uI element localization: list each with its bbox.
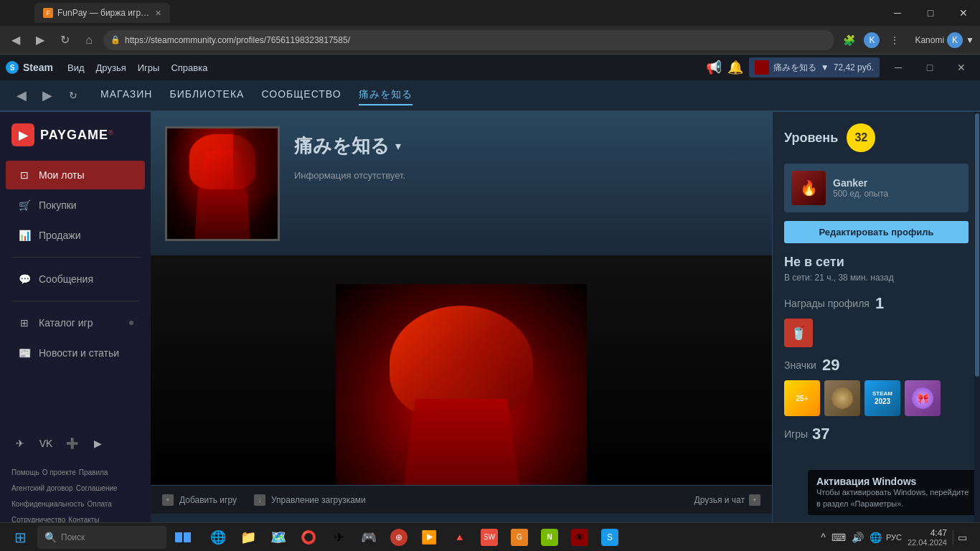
- taskbar-app-opera[interactable]: ⭕: [294, 523, 323, 552]
- messages-icon: 💬: [17, 272, 32, 286]
- showcase-art-inner: [151, 255, 772, 485]
- taskbar-app-game1[interactable]: ⊕: [385, 523, 413, 552]
- steam-nav-store[interactable]: МАГАЗИН: [100, 85, 152, 105]
- steam-menu-friends[interactable]: Друзья: [96, 62, 126, 73]
- steam-username: 痛みを知る: [773, 62, 816, 74]
- footer-agreement[interactable]: Соглашение: [76, 482, 118, 495]
- minimize-btn[interactable]: ─: [881, 0, 914, 26]
- sidebar-item-messages[interactable]: 💬 Сообщения: [6, 265, 145, 293]
- youtube-icon[interactable]: ▶: [89, 435, 106, 452]
- extensions-btn[interactable]: 🧩: [839, 30, 859, 50]
- footer-payment[interactable]: Оплата: [87, 498, 111, 511]
- steam-app: S Steam Вид Друзья Игры Справка 📢 🔔 痛みを知…: [0, 55, 980, 112]
- taskbar-search[interactable]: 🔍 Поиск: [37, 526, 166, 549]
- maximize-btn[interactable]: □: [914, 0, 947, 26]
- steam-right-panel: Уровень 32 🔥 Ganker 500 ед. опыта Редакт…: [772, 112, 980, 551]
- sidebar-item-news[interactable]: 📰 Новости и статьи: [6, 339, 145, 367]
- close-btn[interactable]: ✕: [947, 0, 980, 26]
- steam-speaker-btn[interactable]: 📢: [706, 60, 722, 75]
- taskbar-app-telegram[interactable]: ✈: [324, 523, 353, 552]
- friends-chat-btn[interactable]: Друзья и чат +: [694, 494, 760, 506]
- steam-nav-back[interactable]: ◀: [11, 85, 32, 105]
- steam-nav-profile[interactable]: 痛みを知る: [359, 85, 413, 105]
- steam-nav-reload[interactable]: ↻: [63, 85, 83, 105]
- taskbar-app-map[interactable]: 🗺️: [264, 523, 293, 552]
- steam-nav-community[interactable]: СООБЩЕСТВО: [261, 85, 341, 105]
- steam-menu-games[interactable]: Игры: [138, 62, 160, 73]
- taskbar-app-red[interactable]: 👁: [565, 523, 594, 552]
- footer-links: Помощь О проекте Правила Агентский догов…: [11, 466, 139, 527]
- start-btn[interactable]: ⊞: [6, 523, 34, 552]
- map-icon: 🗺️: [270, 529, 287, 546]
- forward-btn[interactable]: ▶: [30, 30, 50, 50]
- profile-btn[interactable]: K: [862, 30, 882, 50]
- steam-user-info[interactable]: 痛みを知る ▼ 72,42 руб.: [749, 57, 880, 77]
- taskbar-app-nvidia[interactable]: N: [535, 523, 564, 552]
- footer-rules[interactable]: Правила: [79, 466, 108, 479]
- browser-tab-funpay[interactable]: F FunPay — биржа игров... ✕: [34, 3, 170, 23]
- footer-help[interactable]: Помощь: [11, 466, 39, 479]
- profile-awards-section: Награды профиля 1 🥤: [784, 294, 969, 347]
- sidebar-item-purchases[interactable]: 🛒 Покупки: [6, 191, 145, 220]
- sidebar-item-my-lots[interactable]: ⊡ Мои лоты: [6, 161, 145, 189]
- manage-downloads-label: Управление загрузками: [271, 495, 366, 505]
- taskbar-app-media[interactable]: ▶️: [415, 523, 443, 552]
- taskbar-clock[interactable]: 4:47 22.04.2024: [908, 528, 947, 547]
- friends-chat-label: Друзья и чат: [694, 495, 745, 505]
- sidebar-socials: ✈ VK ➕ ▶: [0, 426, 151, 461]
- taskbar-app-switch[interactable]: SW: [475, 523, 504, 552]
- add-game-btn[interactable]: + Добавить игру: [162, 494, 237, 506]
- steam-minimize-btn[interactable]: ─: [885, 57, 911, 77]
- steam-title: Steam: [23, 62, 53, 73]
- taskbar-app-steam[interactable]: 🎮: [354, 523, 383, 552]
- refresh-btn[interactable]: ↻: [55, 30, 75, 50]
- plus-icon[interactable]: ➕: [63, 435, 80, 452]
- sidebar-item-sales[interactable]: 📊 Продажи: [6, 221, 145, 250]
- tab-close-btn[interactable]: ✕: [155, 9, 161, 18]
- badge-steam-2023: STEAM 2023: [864, 380, 900, 416]
- my-lots-label: Мои лоты: [39, 169, 85, 181]
- steam-close-btn[interactable]: ✕: [948, 57, 974, 77]
- browser-tabs-section: F FunPay — биржа игров... ✕: [29, 0, 881, 26]
- manage-downloads-btn[interactable]: ↓ Управление загрузками: [254, 494, 366, 506]
- profile-dropdown-btn[interactable]: ▾: [395, 139, 401, 153]
- address-bar[interactable]: 🔒 https://steamcommunity.com/profiles/76…: [103, 30, 834, 50]
- footer-agent[interactable]: Агентский договор: [11, 482, 73, 495]
- steam-nav-library[interactable]: БИБЛИОТЕКА: [169, 85, 244, 105]
- footer-privacy[interactable]: Конфиденциальность: [11, 498, 84, 511]
- show-desktop-btn[interactable]: ▭: [953, 530, 969, 545]
- steam-menu-view[interactable]: Вид: [67, 62, 85, 73]
- steam-logo-icon: S: [6, 61, 19, 74]
- steam-menu-help[interactable]: Справка: [171, 62, 207, 73]
- edit-profile-btn[interactable]: Редактировать профиль: [784, 221, 969, 243]
- volume-icon[interactable]: 🔊: [850, 530, 865, 545]
- browser-actions: 🧩 K ⋮: [839, 30, 905, 50]
- keyboard-icon[interactable]: ⌨: [830, 530, 847, 545]
- lock-icon: 🔒: [110, 35, 121, 44]
- badges-title-row: Значки 29: [784, 356, 969, 375]
- taskbar-app-steam2[interactable]: S: [595, 523, 624, 552]
- search-icon: 🔍: [44, 532, 57, 543]
- taskbar-app-chrome[interactable]: 🌐: [204, 523, 232, 552]
- home-btn[interactable]: ⌂: [79, 30, 99, 50]
- chevron-up-icon[interactable]: ^: [819, 530, 827, 545]
- date-display: 22.04.2024: [908, 538, 947, 547]
- taskbar-task-view[interactable]: [169, 523, 198, 552]
- back-btn[interactable]: ◀: [6, 30, 26, 50]
- taskbar-app-vpn[interactable]: 🔺: [445, 523, 473, 552]
- footer-about[interactable]: О проекте: [42, 466, 76, 479]
- steam-notification-btn[interactable]: 🔔: [727, 60, 743, 75]
- search-placeholder: Поиск: [61, 532, 85, 542]
- vk-icon[interactable]: VK: [37, 435, 55, 452]
- steam-maximize-btn[interactable]: □: [917, 57, 943, 77]
- taskbar-app-files[interactable]: 📁: [234, 523, 263, 552]
- more-btn[interactable]: ⋮: [885, 30, 905, 50]
- browser-profile-avatar: K: [864, 32, 880, 48]
- taskbar-app-game2[interactable]: G: [505, 523, 534, 552]
- game1-icon: ⊕: [390, 529, 407, 546]
- steam-nav-forward[interactable]: ▶: [37, 85, 57, 105]
- network-icon[interactable]: 🌐: [868, 530, 883, 545]
- sidebar-item-catalog[interactable]: ⊞ Каталог игр: [6, 309, 145, 337]
- telegram-icon[interactable]: ✈: [11, 435, 29, 452]
- main-content: ▶ PAYGAME® ⊡ Мои лоты 🛒 Покупки 📊: [0, 112, 980, 551]
